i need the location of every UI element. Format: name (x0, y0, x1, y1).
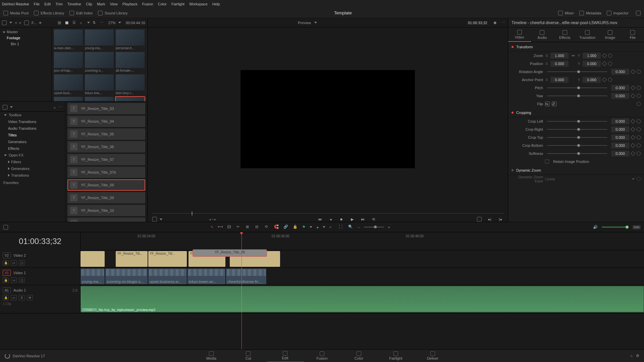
page-media[interactable]: Media (193, 350, 230, 362)
fx-title-item[interactable]: TYF_Resize_Title_03 (67, 103, 145, 114)
overwrite-icon[interactable]: ⊟ (255, 225, 261, 230)
kf-icon[interactable] (631, 143, 635, 148)
volume-slider[interactable] (602, 227, 629, 228)
panel-layout-icon[interactable] (3, 105, 7, 110)
kf-icon[interactable] (602, 53, 607, 58)
play-icon[interactable]: ▶ (350, 217, 355, 222)
yaw-input[interactable]: 0.000 (611, 93, 629, 99)
flip-h-icon[interactable]: ⇋ (545, 102, 550, 106)
kf-icon[interactable] (631, 69, 635, 74)
fx-title-item[interactable]: TYF_Resize_Title_11 (67, 218, 145, 222)
viewer-mode[interactable]: Preview (298, 21, 311, 25)
pitch-slider[interactable] (547, 87, 607, 88)
viewer-timecode[interactable]: 01:00:33;32 (468, 21, 487, 25)
media-thumb[interactable]: upset-busi... (54, 74, 83, 95)
track-a1[interactable]: 32558670_hip-hop_by_inplusmusic_preview.… (80, 285, 644, 313)
fx-toolbox[interactable]: Toolbox (0, 112, 65, 118)
layout-dropdown-icon[interactable] (9, 22, 12, 23)
media-thumb[interactable]: tokyo-tow... (85, 74, 114, 95)
fx-effects[interactable]: Effects (0, 145, 65, 152)
kf-icon[interactable] (631, 119, 635, 124)
reset-icon[interactable] (637, 143, 641, 147)
yaw-slider[interactable] (547, 96, 607, 96)
track-id-a1[interactable]: A1 (3, 287, 11, 293)
menu-file[interactable]: File (34, 2, 40, 6)
mixer-toggle[interactable]: Mixer (558, 11, 574, 15)
fx-title-item[interactable]: TYF_Resize_Title_05 (67, 128, 145, 140)
page-edit[interactable]: Edit (267, 350, 304, 362)
mark-dropdown-icon[interactable] (160, 219, 162, 220)
timeline-ruler[interactable]: 01:00:24:00 01:00:36:00 01:00:48:00 (80, 232, 644, 250)
strip-view-icon[interactable]: ☰ (72, 20, 77, 25)
section-cropping[interactable]: Cropping (508, 108, 644, 117)
kf-icon[interactable] (602, 61, 607, 66)
track-id-v1[interactable]: V1 (3, 270, 11, 276)
media-thumb[interactable]: pov-of-hap... (54, 52, 83, 72)
tab-file[interactable]: File (622, 27, 644, 42)
tab-image[interactable]: Image (599, 27, 622, 42)
reset-icon[interactable] (608, 62, 612, 66)
flip-v-icon[interactable]: ⇵ (552, 102, 556, 106)
fx-options-icon[interactable]: ⋯ (59, 105, 62, 109)
fx-video-transitions[interactable]: Video Transitions (0, 118, 65, 125)
tree-bin1[interactable]: Bin 1 (0, 41, 52, 47)
disable-icon[interactable]: ▢ (19, 260, 25, 265)
tree-master[interactable]: Master (0, 29, 52, 35)
insert-icon[interactable]: ⊞ (246, 225, 251, 230)
blade-tool-icon[interactable]: ✂ (236, 225, 242, 230)
page-fusion[interactable]: Fusion (304, 350, 340, 362)
link-icon[interactable]: ⚯ (571, 54, 575, 58)
menu-workspace[interactable]: Workspace (189, 2, 208, 6)
zoom-x-input[interactable]: 1.000 (550, 53, 569, 59)
fx-openfx[interactable]: Open FX (0, 152, 65, 159)
loop-icon[interactable]: ⟲ (371, 217, 376, 222)
timeline-view-icon[interactable] (3, 225, 8, 230)
viewer-scrubber[interactable] (152, 210, 504, 217)
panel-layout-icon[interactable] (2, 20, 7, 25)
edit-index-toggle[interactable]: Edit Index (69, 11, 93, 15)
crop-left-input[interactable]: 0.000 (611, 118, 629, 124)
pos-y-input[interactable]: 0.000 (583, 61, 601, 67)
media-thumb[interactable]: all-female-... (116, 52, 145, 72)
media-thumb[interactable]: personal-tr... (116, 29, 145, 50)
page-cut[interactable]: Cut (230, 350, 267, 362)
video-clip[interactable]: young-ma... (80, 268, 105, 284)
video-clip[interactable]: tokyo-tower-an... (187, 268, 225, 284)
kf-icon[interactable] (602, 77, 607, 82)
list-view-icon[interactable]: ▥ (58, 20, 62, 25)
single-viewer-icon[interactable] (636, 11, 641, 15)
page-deliver[interactable]: Deliver (414, 350, 451, 362)
crop-right-input[interactable]: 0.000 (611, 126, 629, 132)
retain-checkbox[interactable] (545, 160, 549, 164)
media-thumb[interactable]: zooming-o... (85, 52, 114, 72)
menu-playback[interactable]: Playback (122, 2, 138, 6)
stop-icon[interactable]: ■ (339, 217, 344, 222)
home-icon[interactable]: ⌂ (630, 354, 633, 358)
effects-library-toggle[interactable]: Effects Library (34, 11, 64, 15)
tab-audio[interactable]: Audio (531, 27, 554, 42)
menu-trim[interactable]: Trim (55, 2, 63, 6)
section-dynamic-zoom[interactable]: Dynamic Zoom (508, 166, 644, 175)
reset-icon[interactable] (637, 152, 641, 156)
media-thumb[interactable]: young-ma... (85, 29, 114, 50)
rotation-input[interactable]: 0.000 (611, 69, 629, 75)
mark-in-out-icon[interactable] (152, 217, 157, 222)
fx-title-item[interactable]: TYF_Resize_Title_08 (67, 179, 145, 191)
page-fairlight[interactable]: Fairlight (377, 350, 414, 362)
fx-title-item[interactable]: TYF_Resize_Title_04 (67, 116, 145, 127)
timeline-tracks[interactable]: 01:00:24:00 01:00:36:00 01:00:48:00 YF_R… (80, 232, 644, 349)
mute-button[interactable]: M (27, 295, 33, 300)
metadata-toggle[interactable]: Metadata (579, 11, 601, 15)
anchor-x-input[interactable]: 0.000 (550, 77, 569, 83)
crop-bottom-slider[interactable] (547, 145, 607, 146)
track-v2[interactable]: YF_Resize_Titl... YF_Resize_Titl... YF_R… (80, 250, 644, 268)
menu-clip[interactable]: Clip (86, 2, 92, 6)
reset-icon[interactable] (637, 135, 641, 139)
position-lock-icon[interactable]: 🔒 (293, 225, 298, 230)
step-back-icon[interactable]: ◂ (328, 217, 333, 222)
fx-ofx-generators[interactable]: Generators (0, 165, 65, 172)
zoom-dropdown-icon[interactable] (118, 22, 121, 23)
video-clip[interactable]: cheerful-diverse-fri... (226, 268, 266, 284)
softness-slider[interactable] (547, 153, 607, 154)
reset-icon[interactable] (608, 78, 612, 82)
